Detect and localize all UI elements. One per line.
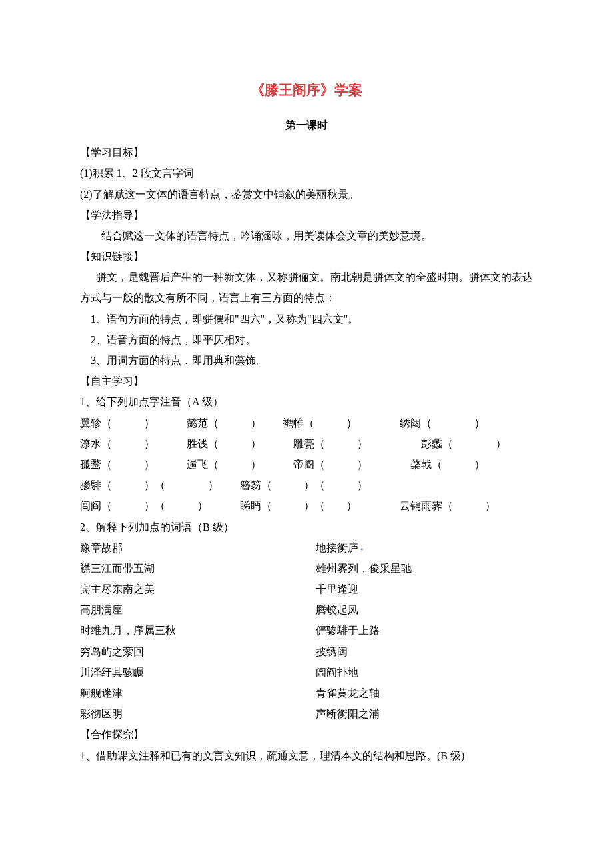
knowledge-point-1: 1、语句方面的特点，即骈偶和"四六"，又称为"四六文"。 — [80, 309, 533, 329]
goal-item-1: (1)积累 1、2 段文言字词 — [80, 163, 533, 183]
explain-left: 宾主尽东南之美 — [80, 579, 316, 599]
knowledge-point-2: 2、语音方面的特点，即平仄相对。 — [80, 329, 533, 350]
heading-knowledge: 【知识链接】 — [80, 246, 533, 267]
pinyin-row-2: 潦水（ ） 胜饯（ ） 雕甍（ ） 彭蠡（ ） — [80, 433, 533, 454]
explain-right: 千里逢迎 — [316, 579, 533, 599]
explain-right: 闾阎扑地 — [316, 662, 533, 683]
doc-title: 《滕王阁序》学案 — [80, 77, 533, 104]
heading-collab: 【合作探究】 — [80, 724, 533, 745]
explain-right: 地接衡庐 ▪ — [316, 537, 533, 558]
pinyin-row-1: 翼轸（ ） 懿范（ ） 襜帷（ ） 绣闼（ ） — [80, 413, 533, 433]
explain-left: 高朋满座 — [80, 599, 316, 620]
heading-self: 【自主学习】 — [80, 371, 533, 391]
explain-right: 雄州雾列，俊采星驰 — [316, 558, 533, 579]
explain-right: 披绣闼 — [316, 641, 533, 662]
explain-row-4: 高朋满座 腾蛟起凤 — [80, 599, 533, 620]
explain-row-8: 舸舰迷津 青雀黄龙之轴 — [80, 683, 533, 703]
heading-method: 【学法指导】 — [80, 205, 533, 225]
explain-left: 穷岛屿之萦回 — [80, 641, 316, 662]
explain-right: 青雀黄龙之轴 — [316, 683, 533, 703]
pinyin-row-3: 孤鹜（ ） 遄飞（ ） 帝阍（ ） 棨戟（ ） — [80, 454, 533, 475]
explain-row-6: 穷岛屿之萦回 披绣闼 — [80, 641, 533, 662]
explain-right: 腾蛟起凤 — [316, 599, 533, 620]
explain-row-3: 宾主尽东南之美 千里逢迎 — [80, 579, 533, 599]
explain-left: 襟三江而带五湖 — [80, 558, 316, 579]
explain-left: 舸舰迷津 — [80, 683, 316, 703]
doc-subtitle: 第一课时 — [80, 115, 533, 135]
knowledge-point-3: 3、用词方面的特点，即用典和藻饰。 — [80, 350, 533, 371]
collab-item-1: 1、借助课文注释和已有的文言文知识，疏通文意，理清本文的结构和思路。(B 级) — [80, 745, 533, 766]
mark-icon: ▪ — [361, 545, 364, 553]
method-text: 结合赋这一文体的语言特点，吟诵涵咏，用美读体会文章的美妙意境。 — [80, 225, 533, 246]
heading-goals: 【学习目标】 — [80, 142, 533, 163]
explain-left: 川泽纡其骇瞩 — [80, 662, 316, 683]
self-prompt-2: 2、解释下列加点的词语（B 级） — [80, 517, 533, 537]
explain-right: 俨骖騑于上路 — [316, 620, 533, 641]
explain-row-5: 时维九月，序属三秋 俨骖騑于上路 — [80, 620, 533, 641]
explain-row-1: 豫章故郡 地接衡庐 ▪ — [80, 537, 533, 558]
explain-left: 彩彻区明 — [80, 703, 316, 724]
explain-row-2: 襟三江而带五湖 雄州雾列，俊采星驰 — [80, 558, 533, 579]
pinyin-row-5: 闾阎（ ）（ ） 睇眄（ ）（ ） 云销雨霁（ ） — [80, 495, 533, 516]
explain-row-7: 川泽纡其骇瞩 闾阎扑地 — [80, 662, 533, 683]
knowledge-intro: 骈文，是魏晋后产生的一种新文体，又称骈俪文。南北朝是骈体文的全盛时期。骈体文的表… — [80, 267, 533, 308]
explain-row-9: 彩彻区明 声断衡阳之浦 — [80, 703, 533, 724]
pinyin-row-4: 骖騑（ ）（ ） 簪笏（ ）（ ） — [80, 475, 533, 495]
explain-left: 豫章故郡 — [80, 537, 316, 558]
explain-right: 声断衡阳之浦 — [316, 703, 533, 724]
explain-left: 时维九月，序属三秋 — [80, 620, 316, 641]
goal-item-2: (2)了解赋这一文体的语言特点，鉴赏文中铺叙的美丽秋景。 — [80, 184, 533, 205]
self-prompt-1: 1、给下列加点字注音（A 级） — [80, 391, 533, 412]
